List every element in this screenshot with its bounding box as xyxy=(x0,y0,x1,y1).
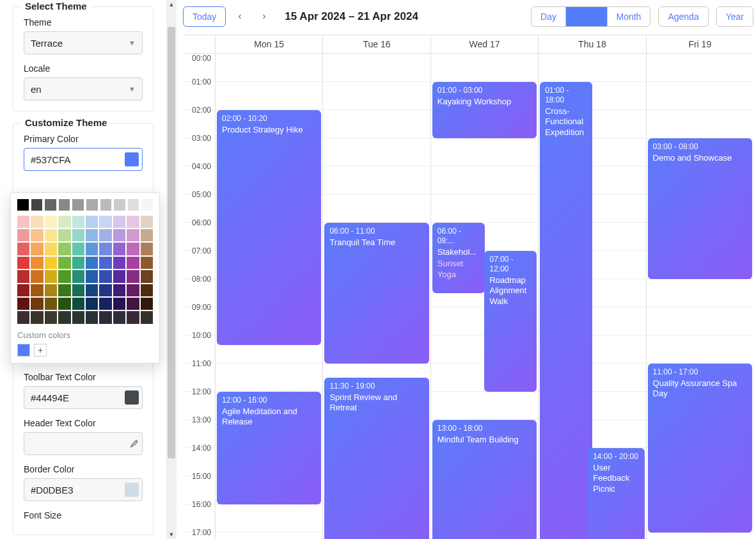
palette-swatch[interactable] xyxy=(141,243,153,255)
palette-swatch[interactable] xyxy=(127,311,139,323)
palette-swatch[interactable] xyxy=(127,229,139,241)
palette-swatch[interactable] xyxy=(72,257,84,269)
palette-swatch[interactable] xyxy=(127,216,139,228)
palette-swatch[interactable] xyxy=(72,311,84,323)
palette-swatch[interactable] xyxy=(99,216,111,228)
palette-swatch[interactable] xyxy=(86,199,98,211)
palette-swatch[interactable] xyxy=(141,216,153,228)
primary-color-input[interactable]: #537CFA xyxy=(24,148,143,171)
day-column[interactable]: 06:00 - 11:00Tranquil Tea Time11:30 - 19… xyxy=(322,54,430,539)
today-button[interactable]: Today xyxy=(183,6,226,27)
calendar-event[interactable]: 13:00 - 18:00Mindful Team Building xyxy=(432,420,537,539)
palette-swatch[interactable] xyxy=(31,216,43,228)
palette-swatch[interactable] xyxy=(45,199,56,211)
palette-swatch[interactable] xyxy=(45,243,57,255)
palette-swatch[interactable] xyxy=(86,216,98,228)
scrollbar-thumb[interactable] xyxy=(168,27,175,458)
palette-swatch[interactable] xyxy=(58,229,70,241)
palette-swatch[interactable] xyxy=(58,311,70,323)
year-button[interactable]: Year xyxy=(716,6,753,27)
scroll-up-arrow-icon[interactable]: ▲ xyxy=(169,0,175,9)
calendar-event[interactable]: 12:00 - 16:00Agile Meditation and Releas… xyxy=(217,392,321,504)
palette-swatch[interactable] xyxy=(113,298,125,310)
calendar-event[interactable]: 14:00 - 20:00User Feedback Picnic xyxy=(588,448,644,539)
palette-swatch[interactable] xyxy=(99,257,111,269)
palette-swatch[interactable] xyxy=(86,311,98,323)
palette-swatch[interactable] xyxy=(72,229,84,241)
palette-swatch[interactable] xyxy=(17,284,29,296)
palette-swatch[interactable] xyxy=(17,216,29,228)
calendar-event[interactable]: 11:30 - 19:00Sprint Review and Retreat xyxy=(324,378,429,539)
theme-select[interactable]: Terrace ▼ xyxy=(24,31,143,54)
header-text-input[interactable] xyxy=(24,432,143,455)
palette-swatch[interactable] xyxy=(127,270,139,282)
palette-swatch[interactable] xyxy=(113,284,125,296)
border-color-swatch[interactable] xyxy=(125,483,139,497)
palette-swatch[interactable] xyxy=(58,216,70,228)
prev-button[interactable] xyxy=(230,6,250,27)
scroll-down-arrow-icon[interactable]: ▼ xyxy=(169,530,175,539)
palette-swatch[interactable] xyxy=(113,257,125,269)
palette-swatch[interactable] xyxy=(127,284,139,296)
palette-swatch[interactable] xyxy=(31,199,43,211)
palette-swatch[interactable] xyxy=(31,243,43,255)
palette-swatch[interactable] xyxy=(72,270,84,282)
palette-swatch[interactable] xyxy=(141,199,153,211)
palette-swatch[interactable] xyxy=(72,243,84,255)
calendar-event[interactable]: 02:00 - 10:20Product Strategy Hike xyxy=(217,110,321,345)
palette-swatch[interactable] xyxy=(31,229,43,241)
palette-swatch[interactable] xyxy=(31,298,43,310)
palette-swatch[interactable] xyxy=(17,270,29,282)
palette-swatch[interactable] xyxy=(58,270,70,282)
palette-swatch[interactable] xyxy=(45,284,57,296)
palette-swatch[interactable] xyxy=(141,311,153,323)
palette-swatch[interactable] xyxy=(86,257,98,269)
palette-swatch[interactable] xyxy=(141,284,153,296)
palette-swatch[interactable] xyxy=(45,311,57,323)
calendar-event[interactable]: 01:00 - 18:00Cross-Functional Expedition xyxy=(540,82,592,539)
custom-color-swatch[interactable] xyxy=(17,344,30,357)
border-color-input[interactable]: #D0DBE3 xyxy=(24,478,143,501)
palette-swatch[interactable] xyxy=(17,298,29,310)
palette-swatch[interactable] xyxy=(45,229,57,241)
palette-swatch[interactable] xyxy=(127,298,139,310)
palette-swatch[interactable] xyxy=(58,298,70,310)
palette-swatch[interactable] xyxy=(127,257,139,269)
palette-swatch[interactable] xyxy=(58,284,70,296)
add-custom-color-button[interactable]: + xyxy=(34,344,47,357)
palette-swatch[interactable] xyxy=(86,284,98,296)
palette-swatch[interactable] xyxy=(113,216,125,228)
palette-swatch[interactable] xyxy=(45,270,57,282)
palette-swatch[interactable] xyxy=(113,243,125,255)
palette-swatch[interactable] xyxy=(113,311,125,323)
palette-swatch[interactable] xyxy=(45,216,57,228)
palette-swatch[interactable] xyxy=(58,243,70,255)
palette-swatch[interactable] xyxy=(45,298,57,310)
palette-swatch[interactable] xyxy=(86,229,98,241)
palette-swatch[interactable] xyxy=(141,257,153,269)
palette-swatch[interactable] xyxy=(86,243,98,255)
palette-swatch[interactable] xyxy=(128,199,139,211)
palette-swatch[interactable] xyxy=(31,270,43,282)
palette-swatch[interactable] xyxy=(99,298,111,310)
palette-swatch[interactable] xyxy=(45,257,57,269)
toolbar-text-swatch[interactable] xyxy=(125,390,139,405)
palette-swatch[interactable] xyxy=(72,199,84,211)
palette-swatch[interactable] xyxy=(86,298,98,310)
agenda-button[interactable]: Agenda xyxy=(658,6,708,27)
calendar-event[interactable]: 06:00 - 08:...Stakehol...Sunset Yoga xyxy=(432,223,485,293)
calendar-event[interactable]: 06:00 - 11:00Tranquil Tea Time xyxy=(324,223,429,364)
day-column[interactable]: 03:00 - 08:00Demo and Showcase11:00 - 17… xyxy=(646,54,753,539)
palette-swatch[interactable] xyxy=(100,199,112,211)
palette-swatch[interactable] xyxy=(113,270,125,282)
palette-swatch[interactable] xyxy=(58,257,70,269)
palette-swatch[interactable] xyxy=(141,298,153,310)
palette-swatch[interactable] xyxy=(17,311,29,323)
palette-swatch[interactable] xyxy=(99,229,111,241)
palette-swatch[interactable] xyxy=(141,229,153,241)
palette-swatch[interactable] xyxy=(31,284,43,296)
palette-swatch[interactable] xyxy=(99,284,111,296)
palette-swatch[interactable] xyxy=(72,284,84,296)
day-column[interactable]: 01:00 - 03:00Kayaking Workshop06:00 - 08… xyxy=(430,54,538,539)
palette-swatch[interactable] xyxy=(127,243,139,255)
